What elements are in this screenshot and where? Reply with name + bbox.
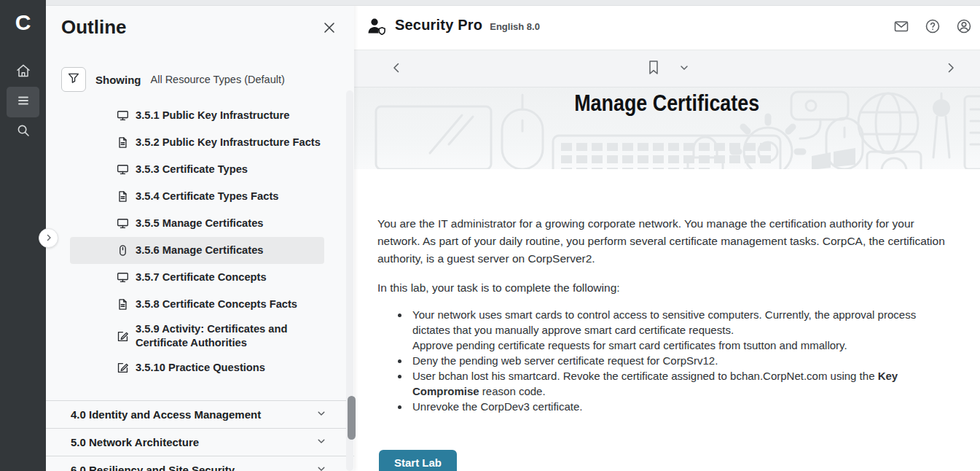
outline-item[interactable]: 3.5.9 Activity: Certificates and Certifi… bbox=[70, 318, 324, 354]
outline-item[interactable]: 3.5.10 Practice Questions bbox=[70, 354, 324, 381]
close-outline-button[interactable] bbox=[321, 20, 338, 38]
monitor-icon bbox=[117, 163, 129, 176]
showing-label: Showing bbox=[95, 74, 141, 86]
task-intro-paragraph: In this lab, your task is to complete th… bbox=[377, 279, 950, 297]
scenario-paragraph: You are the IT administrator for a growi… bbox=[377, 215, 950, 268]
task-item: Deny the pending web server certificate … bbox=[409, 353, 950, 368]
chevron-down-icon bbox=[316, 408, 326, 421]
task-item: User bchan lost his smartcard. Revoke th… bbox=[409, 368, 950, 399]
app-logo: C bbox=[0, 9, 46, 36]
page-title: Manage Certificates bbox=[354, 90, 980, 117]
outline-item[interactable]: 3.5.2 Public Key Infrastructure Facts bbox=[70, 129, 324, 156]
funnel-icon bbox=[67, 71, 80, 87]
monitor-icon bbox=[117, 271, 129, 284]
main-area: Security Pro English 8.0 bbox=[354, 0, 980, 471]
outline-section-label: 6.0 Resiliency and Site Security bbox=[71, 464, 235, 471]
mail-button[interactable] bbox=[892, 18, 911, 37]
document-icon bbox=[117, 190, 129, 203]
outline-panel: Outline Showing All Resource Types (Defa… bbox=[46, 0, 354, 471]
pencil-icon bbox=[117, 362, 129, 374]
outline-title: Outline bbox=[61, 16, 127, 39]
outline-item-label: 3.5.9 Activity: Certificates and Certifi… bbox=[136, 318, 324, 354]
search-icon bbox=[16, 123, 31, 141]
bookmark-button[interactable] bbox=[646, 59, 662, 79]
outline-list: 3.5.1 Public Key Infrastructure3.5.2 Pub… bbox=[46, 102, 354, 381]
monitor-icon bbox=[117, 217, 129, 230]
chevron-down-icon bbox=[316, 436, 326, 449]
outline-section-header[interactable]: 6.0 Resiliency and Site Security bbox=[46, 456, 354, 471]
task-item: Your network uses smart cards to control… bbox=[409, 307, 950, 353]
lesson-navbar bbox=[354, 50, 980, 87]
outline-item-label: 3.5.6 Manage Certificates bbox=[136, 239, 264, 262]
help-button[interactable] bbox=[923, 18, 942, 37]
lab-description: You are the IT administrator for a growi… bbox=[377, 215, 950, 414]
start-lab-button[interactable]: Start Lab bbox=[379, 450, 457, 471]
resource-filter-row: Showing All Resource Types (Default) bbox=[61, 67, 285, 92]
outline-item[interactable]: 3.5.5 Manage Certificates bbox=[70, 210, 324, 237]
outline-item-label: 3.5.10 Practice Questions bbox=[136, 357, 265, 379]
person-shield-icon bbox=[366, 17, 388, 39]
outline-item[interactable]: 3.5.1 Public Key Infrastructure bbox=[70, 102, 324, 129]
pencil-icon bbox=[117, 330, 129, 343]
outline-item[interactable]: 3.5.6 Manage Certificates bbox=[70, 237, 324, 264]
task-item: Unrevoke the CorpDev3 certificate. bbox=[409, 399, 950, 414]
previous-lesson-button[interactable] bbox=[388, 61, 405, 78]
panel-scrollbar-thumb[interactable] bbox=[348, 396, 356, 440]
outline-item[interactable]: 3.5.4 Certificate Types Facts bbox=[70, 183, 324, 210]
outline-section-label: 4.0 Identity and Access Management bbox=[71, 408, 261, 421]
outline-section-label: 5.0 Network Architecture bbox=[71, 436, 199, 448]
outline-item-label: 3.5.2 Public Key Infrastructure Facts bbox=[136, 131, 321, 154]
outline-item[interactable]: 3.5.8 Certificate Concepts Facts bbox=[70, 291, 324, 318]
close-icon bbox=[322, 20, 337, 38]
mail-icon bbox=[893, 17, 910, 38]
task-list: Your network uses smart cards to control… bbox=[409, 307, 950, 414]
chevron-down-icon bbox=[316, 464, 326, 471]
home-icon bbox=[15, 63, 31, 82]
header-icons bbox=[892, 6, 973, 50]
chevron-right-icon bbox=[944, 61, 957, 77]
top-strip bbox=[46, 0, 980, 6]
outline-sections: 4.0 Identity and Access Management5.0 Ne… bbox=[46, 400, 354, 471]
chevron-left-icon bbox=[390, 61, 403, 77]
outline-item-label: 3.5.5 Manage Certificates bbox=[136, 212, 264, 235]
document-icon bbox=[117, 298, 129, 311]
course-header: Security Pro English 8.0 bbox=[354, 6, 980, 50]
chevron-down-icon bbox=[679, 63, 689, 76]
chevron-right-icon bbox=[44, 232, 53, 245]
menu-icon bbox=[16, 93, 31, 111]
filter-value: All Resource Types (Default) bbox=[151, 74, 285, 85]
bookmark-menu-button[interactable] bbox=[679, 63, 689, 76]
outline-item[interactable]: 3.5.3 Certificate Types bbox=[70, 156, 324, 183]
monitor-icon bbox=[117, 109, 129, 122]
home-button[interactable] bbox=[7, 57, 39, 87]
course-edition: English 8.0 bbox=[490, 21, 540, 32]
outline-item-label: 3.5.4 Certificate Types Facts bbox=[136, 185, 278, 208]
course-title: Security Pro bbox=[395, 17, 482, 34]
outline-item-label: 3.5.3 Certificate Types bbox=[136, 158, 248, 181]
outline-menu-button[interactable] bbox=[7, 87, 39, 117]
lesson-banner: Manage Certificates bbox=[354, 87, 980, 169]
account-icon bbox=[955, 17, 973, 38]
outline-section-header[interactable]: 5.0 Network Architecture bbox=[46, 428, 354, 456]
help-icon bbox=[924, 17, 941, 38]
app-window: C Outline bbox=[0, 0, 980, 471]
outline-item-label: 3.5.1 Public Key Infrastructure bbox=[136, 104, 289, 127]
course-brand: Security Pro English 8.0 bbox=[366, 17, 540, 39]
document-icon bbox=[117, 136, 129, 149]
outline-item[interactable]: 3.5.7 Certificate Concepts bbox=[70, 264, 324, 291]
mouse-icon bbox=[117, 244, 129, 257]
bookmark-controls bbox=[646, 59, 689, 79]
outline-section-header[interactable]: 4.0 Identity and Access Management bbox=[46, 400, 354, 428]
search-button[interactable] bbox=[7, 117, 39, 147]
filter-button[interactable] bbox=[61, 67, 86, 92]
collapse-rail-button[interactable] bbox=[39, 228, 58, 248]
bookmark-icon bbox=[646, 59, 662, 79]
outline-item-label: 3.5.7 Certificate Concepts bbox=[136, 266, 267, 289]
next-lesson-button[interactable] bbox=[942, 61, 960, 78]
account-button[interactable] bbox=[954, 18, 973, 37]
outline-item-label: 3.5.8 Certificate Concepts Facts bbox=[136, 293, 297, 316]
